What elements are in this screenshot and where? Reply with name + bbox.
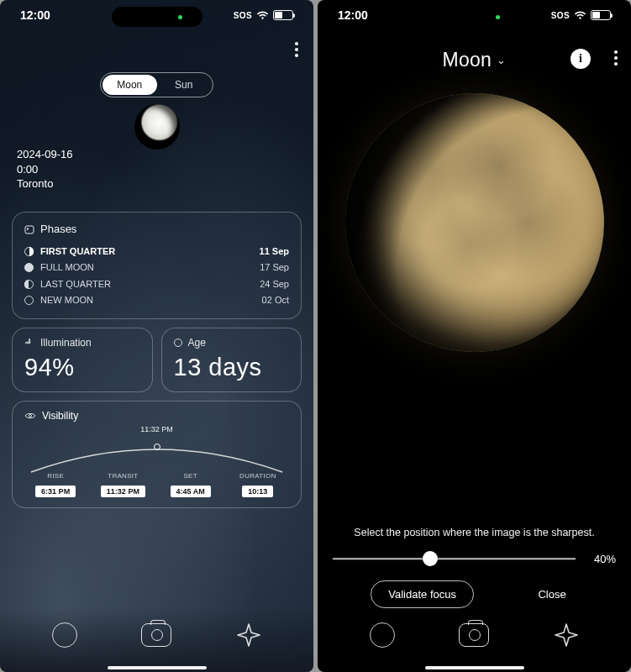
visibility-card: Visibility 11:32 PM RISE6:31 PMTRANSIT11… <box>12 401 302 508</box>
wifi-icon <box>256 11 269 20</box>
nav-circle-button[interactable] <box>365 618 399 652</box>
focus-instruction: Select the position where the image is t… <box>333 527 616 538</box>
nav-circle-button[interactable] <box>48 618 82 652</box>
focus-slider[interactable] <box>333 550 576 567</box>
bottom-nav <box>0 608 313 672</box>
status-sos: SOS <box>551 11 570 20</box>
phases-card: Phases FIRST QUARTER11 SepFULL MOON17 Se… <box>12 212 302 319</box>
moon-info-screen: 12:00 SOS Moon Sun 2024-09-16 0:00 Toron… <box>0 0 313 672</box>
subject-dropdown[interactable]: Moon ⌄ <box>442 49 506 71</box>
age-value: 13 days <box>174 354 290 381</box>
visibility-cell: RISE6:31 PM <box>24 472 87 497</box>
subject-title: Moon <box>442 49 492 71</box>
visibility-peak-label: 11:32 PM <box>140 425 173 433</box>
status-time: 12:00 <box>338 8 368 22</box>
date-location-block: 2024-09-16 0:00 Toronto <box>17 147 73 192</box>
chevron-down-icon: ⌄ <box>497 54 506 66</box>
visibility-cell: SET4:45 AM <box>160 472 222 497</box>
visibility-title: Visibility <box>42 410 78 422</box>
battery-icon <box>591 10 611 20</box>
phase-label: FIRST QUARTER <box>40 244 115 260</box>
close-button[interactable]: Close <box>526 581 577 607</box>
phase-row: LAST QUARTER24 Sep <box>24 276 289 292</box>
illumination-value: 94% <box>24 354 140 381</box>
phase-row: NEW MOON02 Oct <box>24 292 289 308</box>
eye-icon <box>24 412 36 420</box>
moon-phase-graphic <box>134 104 180 150</box>
calendar-icon <box>24 224 34 234</box>
moon-live-view[interactable] <box>345 93 604 352</box>
phase-lq-icon <box>24 280 34 289</box>
visibility-cell: TRANSIT11:32 PM <box>92 472 154 497</box>
focus-percent: 40% <box>587 553 616 565</box>
phases-title: Phases <box>40 223 76 235</box>
visibility-cell: DURATION10:13 <box>227 472 289 497</box>
wifi-icon <box>574 11 586 20</box>
time-text: 0:00 <box>17 162 73 177</box>
illumination-title: Illumination <box>40 337 92 349</box>
segment-moon[interactable]: Moon <box>103 75 157 95</box>
visibility-cell-value: 4:45 AM <box>171 486 211 497</box>
visibility-cell-value: 10:13 <box>242 486 273 497</box>
phase-date: 11 Sep <box>260 244 289 260</box>
visibility-cell-value: 11:32 PM <box>101 486 145 497</box>
visibility-peak-marker <box>154 444 160 450</box>
focus-slider-thumb[interactable] <box>423 551 438 566</box>
status-time: 12:00 <box>20 8 50 22</box>
bottom-nav <box>318 608 631 672</box>
phase-date: 02 Oct <box>262 292 289 308</box>
info-button[interactable]: i <box>571 49 591 69</box>
validate-focus-button[interactable]: Validate focus <box>371 580 474 608</box>
dynamic-island <box>429 7 520 27</box>
phase-row: FIRST QUARTER11 Sep <box>24 244 289 260</box>
phase-row: FULL MOON17 Sep <box>24 260 289 276</box>
nav-camera-button[interactable] <box>457 618 491 652</box>
date-text: 2024-09-16 <box>17 147 73 162</box>
phase-date: 24 Sep <box>260 276 289 292</box>
home-indicator[interactable] <box>425 666 524 669</box>
status-sos: SOS <box>234 11 252 20</box>
phase-date: 17 Sep <box>260 260 289 276</box>
svg-rect-1 <box>27 228 29 229</box>
age-icon <box>174 339 182 347</box>
phase-label: FULL MOON <box>40 260 94 276</box>
focus-panel: Select the position where the image is t… <box>318 527 631 608</box>
nav-camera-button[interactable] <box>139 618 173 652</box>
phase-label: LAST QUARTER <box>40 276 111 292</box>
svg-rect-0 <box>25 226 34 234</box>
battery-icon <box>273 10 293 20</box>
home-indicator[interactable] <box>108 666 207 669</box>
visibility-cell-value: 6:31 PM <box>35 486 76 497</box>
svg-point-2 <box>29 414 31 417</box>
age-card: Age 13 days <box>161 328 302 392</box>
more-menu-button[interactable] <box>614 50 618 66</box>
dynamic-island <box>112 7 202 27</box>
age-title: Age <box>188 337 206 349</box>
phase-full-icon <box>24 263 34 272</box>
nav-sparkle-button[interactable] <box>232 618 266 652</box>
moon-camera-screen: 12:00 SOS Moon ⌄ i Select the position w… <box>318 0 631 672</box>
phase-fq-icon <box>24 247 34 256</box>
phase-label: NEW MOON <box>40 292 93 308</box>
location-text: Toronto <box>17 176 73 192</box>
moon-sun-toggle[interactable]: Moon Sun <box>100 72 213 97</box>
nav-sparkle-button[interactable] <box>549 618 583 652</box>
phase-new-icon <box>24 296 34 305</box>
illumination-icon <box>24 338 34 348</box>
more-menu-button[interactable] <box>295 42 298 57</box>
illumination-card: Illumination 94% <box>12 328 153 392</box>
segment-sun[interactable]: Sun <box>157 75 212 95</box>
